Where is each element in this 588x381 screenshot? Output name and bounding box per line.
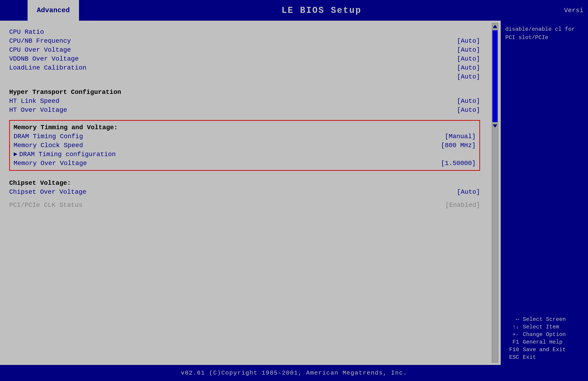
cpu-nb-freq-value: [Auto] bbox=[457, 38, 480, 44]
footer: v02.61 (C)Copyright 1985-2001, American … bbox=[0, 365, 588, 381]
bios-screen: Advanced LE BIOS Setup Versi CPU Ratio C… bbox=[0, 0, 588, 381]
key-help-section: ↔ Select Screen ↑↓ Select Item +- Change… bbox=[505, 316, 583, 360]
dram-timing-config-label: DRAM Timing Config bbox=[14, 133, 83, 140]
cpu-over-voltage-value: [Auto] bbox=[457, 46, 480, 54]
key-symbol-ud: ↑↓ bbox=[505, 324, 519, 330]
ht-section-header: Hyper Transport Configuration bbox=[9, 85, 480, 97]
key-desc-lr: Select Screen bbox=[523, 316, 566, 322]
ht-over-voltage-label: HT Over Voltage bbox=[9, 106, 67, 114]
memory-clock-speed-label: Memory Clock Speed bbox=[14, 142, 83, 149]
scrollbar-arrow-up[interactable] bbox=[493, 25, 497, 28]
spacer bbox=[9, 81, 480, 85]
ht-over-voltage-value: [Auto] bbox=[457, 106, 480, 114]
pci-pcie-value: [Enabled] bbox=[445, 201, 480, 209]
key-help-row: ↔ Select Screen bbox=[505, 316, 583, 322]
spacer bbox=[9, 197, 480, 201]
list-item[interactable]: HT Link Speed [Auto] bbox=[9, 97, 480, 106]
list-item[interactable]: ►DRAM Timing configuration bbox=[14, 150, 476, 159]
cpu-ratio-label: CPU Ratio bbox=[9, 28, 44, 36]
key-symbol-f1: F1 bbox=[505, 339, 519, 345]
right-info-text: disable/enable cl for PCI slot/PCIe bbox=[505, 25, 583, 42]
key-desc-esc: Exit bbox=[523, 354, 536, 360]
pci-pcie-label: PCI/PCIe CLK Status bbox=[9, 201, 83, 209]
key-symbol-lr: ↔ bbox=[505, 316, 519, 322]
vddnb-label: VDDNB Over Voltage bbox=[9, 55, 79, 62]
key-help-row: ESC Exit bbox=[505, 354, 583, 360]
key-desc-ud: Select Item bbox=[523, 324, 559, 330]
list-item[interactable]: HT Over Voltage [Auto] bbox=[9, 106, 480, 115]
list-item[interactable]: Memory Over Voltage [1.50000] bbox=[14, 159, 476, 168]
list-item[interactable]: CPU Over Voltage [Auto] bbox=[9, 45, 480, 54]
vddnb-value: [Auto] bbox=[457, 55, 480, 62]
tab-advanced[interactable]: Advanced bbox=[28, 0, 79, 21]
key-desc-pm: Change Option bbox=[523, 331, 566, 338]
scrollbar-track[interactable] bbox=[492, 23, 498, 363]
memory-clock-speed-value: [800 MHz] bbox=[441, 142, 476, 149]
list-item[interactable]: Memory Clock Speed [800 MHz] bbox=[14, 141, 476, 150]
scrollbar-thumb[interactable] bbox=[492, 30, 498, 122]
list-item[interactable]: VDDNB Over Voltage [Auto] bbox=[9, 54, 480, 63]
scrollbar-arrow-down[interactable] bbox=[493, 124, 497, 128]
spacer bbox=[9, 172, 480, 176]
right-panel: disable/enable cl for PCI slot/PCIe ↔ Se… bbox=[501, 21, 588, 365]
list-item[interactable]: Chipset Over Voltage [Auto] bbox=[9, 187, 480, 197]
list-item[interactable]: DRAM Timing Config [Manual] bbox=[14, 132, 476, 141]
spacer bbox=[9, 115, 480, 119]
ht-link-speed-value: [Auto] bbox=[457, 98, 480, 105]
list-item: [Auto] bbox=[9, 72, 480, 81]
key-symbol-pm: +- bbox=[505, 331, 519, 338]
memory-section-header: Memory Timming and Voltage: bbox=[14, 123, 476, 132]
key-help-row: ↑↓ Select Item bbox=[505, 324, 583, 330]
memory-section-highlight: Memory Timming and Voltage: DRAM Timing … bbox=[9, 120, 480, 171]
list-item[interactable]: PCI/PCIe CLK Status [Enabled] bbox=[9, 201, 480, 210]
list-item[interactable]: CPU/NB Frequency [Auto] bbox=[9, 37, 480, 45]
main-area: CPU Ratio CPU/NB Frequency [Auto] CPU Ov… bbox=[0, 21, 588, 365]
key-symbol-f10: F10 bbox=[505, 347, 519, 353]
extra-auto-value: [Auto] bbox=[457, 73, 480, 80]
memory-over-voltage-value: [1.50000] bbox=[441, 160, 476, 167]
footer-text: v02.61 (C)Copyright 1985-2001, American … bbox=[181, 370, 407, 376]
key-help-row: F1 General Help bbox=[505, 339, 583, 345]
key-help-row: F10 Save and Exit bbox=[505, 347, 583, 353]
cpu-nb-freq-label: CPU/NB Frequency bbox=[9, 38, 71, 44]
list-item[interactable]: CPU Ratio bbox=[9, 28, 480, 37]
loadline-value: [Auto] bbox=[457, 64, 480, 71]
chipset-over-voltage-label: Chipset Over Voltage bbox=[9, 188, 86, 196]
dram-timing-config-sub-label: ►DRAM Timing configuration bbox=[14, 151, 116, 158]
key-desc-f10: Save and Exit bbox=[523, 347, 566, 353]
header-title: LE BIOS Setup bbox=[79, 0, 564, 21]
list-item[interactable]: LoadLine Calibration [Auto] bbox=[9, 63, 480, 72]
ht-link-speed-label: HT Link Speed bbox=[9, 98, 59, 105]
top-bar: Advanced LE BIOS Setup Versi bbox=[0, 0, 588, 21]
chipset-section-header: Chipset Voltage: bbox=[9, 176, 480, 187]
key-symbol-esc: ESC bbox=[505, 354, 519, 360]
dram-timing-config-value: [Manual] bbox=[445, 133, 476, 140]
key-desc-f1: General Help bbox=[523, 339, 563, 345]
scrollbar-area bbox=[489, 21, 501, 365]
header-version: Versi bbox=[564, 0, 588, 21]
memory-over-voltage-label: Memory Over Voltage bbox=[14, 160, 87, 167]
loadline-label: LoadLine Calibration bbox=[9, 64, 86, 71]
content-panel: CPU Ratio CPU/NB Frequency [Auto] CPU Ov… bbox=[0, 21, 489, 365]
key-help-row: +- Change Option bbox=[505, 331, 583, 338]
cpu-over-voltage-label: CPU Over Voltage bbox=[9, 46, 71, 54]
chipset-over-voltage-value: [Auto] bbox=[457, 188, 480, 196]
